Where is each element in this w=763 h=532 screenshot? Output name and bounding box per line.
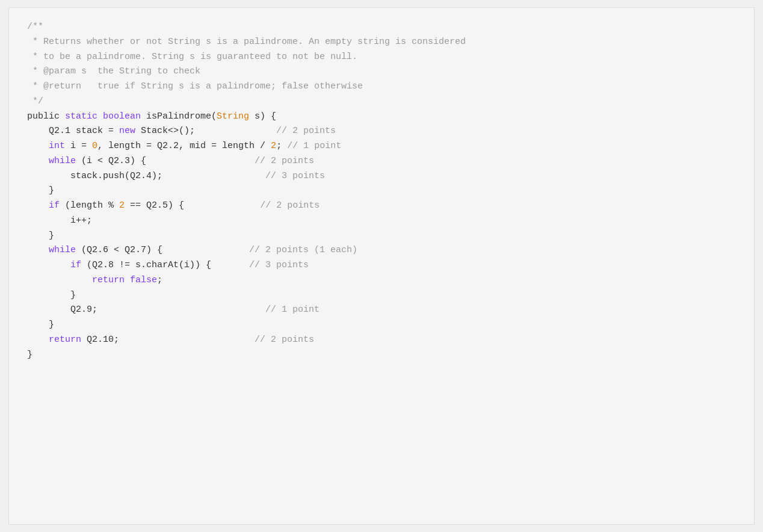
code-line: Q2.1 stack = new Stack<>(); // 2 points: [27, 124, 736, 139]
code-line: if (Q2.8 != s.charAt(i)) { // 3 points: [27, 258, 736, 273]
code-block: /** * Returns whether or not String s is…: [9, 20, 754, 362]
code-line: * Returns whether or not String s is a p…: [27, 35, 736, 50]
code-line: * @return true if String s is a palindro…: [27, 79, 736, 94]
code-line: int i = 0, length = Q2.2, mid = length /…: [27, 139, 736, 154]
code-container: /** * Returns whether or not String s is…: [8, 7, 755, 525]
code-line: return false;: [27, 273, 736, 288]
code-line: stack.push(Q2.4); // 3 points: [27, 169, 736, 184]
code-line: }: [27, 348, 736, 363]
code-line: while (Q2.6 < Q2.7) { // 2 points (1 eac…: [27, 243, 736, 258]
code-line: * @param s the String to check: [27, 64, 736, 79]
code-line: * to be a palindrome. String s is guaran…: [27, 50, 736, 65]
code-line: }: [27, 184, 736, 199]
code-line: return Q2.10; // 2 points: [27, 333, 736, 348]
code-line: i++;: [27, 214, 736, 229]
code-line: public static boolean isPalindrome(Strin…: [27, 110, 736, 125]
code-line: */: [27, 94, 736, 110]
code-line: }: [27, 229, 736, 244]
code-line: }: [27, 288, 736, 303]
code-line: }: [27, 318, 736, 333]
code-line: while (i < Q2.3) { // 2 points: [27, 154, 736, 169]
code-line: Q2.9; // 1 point: [27, 303, 736, 318]
code-line: /**: [27, 20, 736, 35]
code-line: if (length % 2 == Q2.5) { // 2 points: [27, 199, 736, 214]
